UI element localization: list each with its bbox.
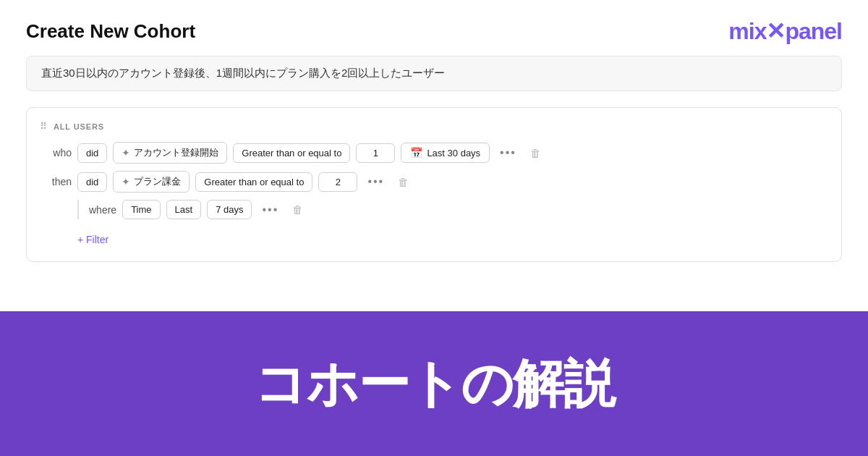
filter-button[interactable]: + Filter bbox=[77, 231, 109, 248]
drag-icon: ⠿ bbox=[40, 121, 48, 132]
top-section: Create New Cohort mix✕panel 直近30日以内のアカウン… bbox=[0, 0, 868, 311]
description-bar: 直近30日以内のアカウント登録後、1週間以内にプラン購入を2回以上したユーザー bbox=[26, 56, 842, 91]
row2-label: then bbox=[40, 176, 72, 187]
row1-delete-button[interactable]: 🗑 bbox=[527, 145, 545, 161]
row2-event-pill[interactable]: ✦ プラン課金 bbox=[113, 171, 190, 193]
all-users-label: ALL USERS bbox=[54, 122, 104, 131]
row2-event-text: プラン課金 bbox=[134, 175, 181, 188]
row2-delete-button[interactable]: 🗑 bbox=[394, 174, 412, 190]
row2-value-input[interactable] bbox=[318, 172, 357, 192]
row1-condition-text: Greater than or equal to bbox=[242, 148, 341, 159]
days-pill[interactable]: 7 days bbox=[207, 200, 252, 219]
last-text: Last bbox=[175, 204, 193, 215]
where-more-button[interactable]: ••• bbox=[258, 202, 283, 218]
filter-button-label: + Filter bbox=[77, 234, 109, 245]
row1-did-pill[interactable]: did bbox=[77, 143, 107, 163]
row2-condition-pill[interactable]: Greater than or equal to bbox=[195, 172, 312, 192]
row1-more-button[interactable]: ••• bbox=[495, 145, 521, 161]
all-users-header: ⠿ ALL USERS bbox=[40, 121, 824, 132]
last-pill[interactable]: Last bbox=[166, 200, 202, 219]
page-title: Create New Cohort bbox=[26, 20, 842, 43]
row1-event-text: アカウント登録開始 bbox=[134, 146, 218, 159]
time-pill[interactable]: Time bbox=[122, 200, 160, 219]
where-delete-button[interactable]: 🗑 bbox=[289, 202, 307, 217]
row1-value-input[interactable] bbox=[356, 143, 395, 163]
row1-did-text: did bbox=[86, 148, 98, 159]
row2-more-button[interactable]: ••• bbox=[363, 174, 388, 190]
calendar-icon: 📅 bbox=[410, 147, 422, 159]
row2-condition-text: Greater than or equal to bbox=[204, 177, 304, 187]
cohort-card: ⠿ ALL USERS who did ✦ アカウント登録開始 Greater … bbox=[26, 107, 842, 262]
time-text: Time bbox=[131, 204, 151, 215]
row2: then did ✦ プラン課金 Greater than or equal t… bbox=[40, 171, 824, 193]
where-label: where bbox=[89, 204, 116, 216]
row1: who did ✦ アカウント登録開始 Greater than or equa… bbox=[40, 142, 824, 164]
where-row: where Time Last 7 days ••• 🗑 bbox=[77, 200, 824, 219]
row1-label: who bbox=[40, 147, 72, 159]
row1-star-icon: ✦ bbox=[122, 147, 130, 159]
row1-condition-pill[interactable]: Greater than or equal to bbox=[233, 143, 350, 163]
days-text: 7 days bbox=[216, 204, 243, 215]
row2-did-pill[interactable]: did bbox=[77, 172, 107, 192]
row2-did-text: did bbox=[86, 177, 98, 187]
row2-star-icon: ✦ bbox=[122, 176, 130, 187]
bottom-section: コホートの解説 bbox=[0, 311, 868, 456]
mixpanel-logo: mix✕panel bbox=[728, 17, 842, 45]
row1-date-text: Last 30 days bbox=[427, 148, 480, 159]
bottom-text: コホートの解説 bbox=[254, 358, 614, 410]
row1-date-pill[interactable]: 📅 Last 30 days bbox=[401, 143, 490, 163]
row1-event-pill[interactable]: ✦ アカウント登録開始 bbox=[113, 142, 227, 164]
